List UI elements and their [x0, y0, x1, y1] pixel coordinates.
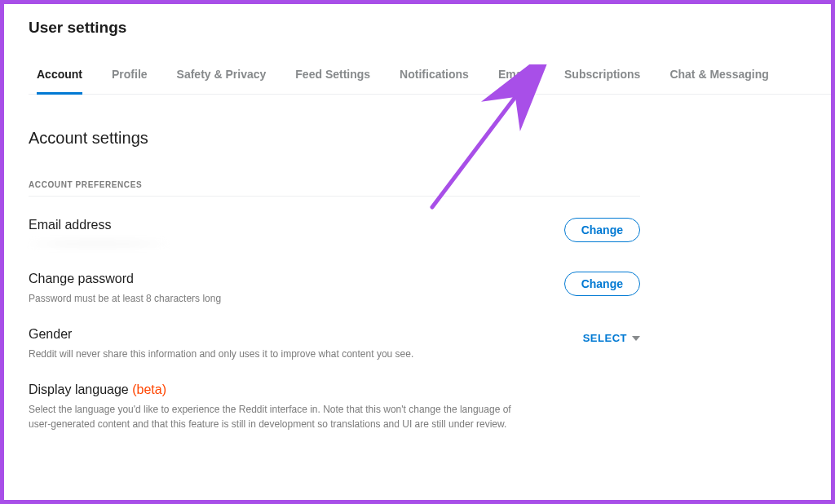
tab-safety-privacy[interactable]: Safety & Privacy [177, 60, 267, 94]
email-value-redacted [29, 237, 167, 250]
password-desc: Password must be at least 8 characters l… [29, 291, 221, 306]
gender-select[interactable]: SELECT [583, 332, 640, 344]
gender-select-label: SELECT [583, 332, 627, 344]
page-title: User settings [29, 19, 806, 37]
password-title: Change password [29, 272, 221, 286]
section-title: Account settings [29, 129, 806, 148]
gender-desc: Reddit will never share this information… [29, 347, 413, 361]
prefs-section-label: ACCOUNT PREFERENCES [29, 180, 640, 197]
tab-feed-settings[interactable]: Feed Settings [295, 60, 370, 94]
beta-badge: (beta) [132, 382, 166, 396]
tab-account[interactable]: Account [37, 60, 82, 95]
language-title: Display language (beta) [29, 382, 518, 397]
tab-profile[interactable]: Profile [112, 60, 148, 94]
tab-notifications[interactable]: Notifications [400, 60, 469, 94]
pref-row-email: Email address Change [29, 197, 640, 250]
tab-emails[interactable]: Emails [498, 60, 535, 94]
change-email-button[interactable]: Change [564, 218, 640, 242]
tab-chat-messaging[interactable]: Chat & Messaging [669, 60, 768, 94]
pref-row-password: Change password Password must be at leas… [29, 250, 640, 306]
language-desc: Select the language you'd like to experi… [29, 402, 518, 431]
settings-tabs: Account Profile Safety & Privacy Feed Se… [29, 60, 831, 95]
pref-row-gender: Gender Reddit will never share this info… [29, 306, 640, 361]
chevron-down-icon [632, 336, 640, 341]
tab-subscriptions[interactable]: Subscriptions [564, 60, 640, 94]
gender-title: Gender [29, 327, 413, 342]
email-title: Email address [29, 218, 167, 232]
pref-row-language: Display language (beta) Select the langu… [29, 361, 640, 431]
change-password-button[interactable]: Change [564, 272, 640, 296]
